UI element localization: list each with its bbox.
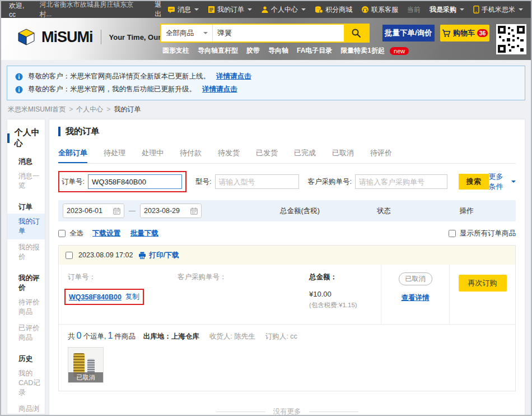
order-no-filter-input[interactable] (88, 174, 182, 189)
order-amount: ¥10.00 (309, 290, 381, 298)
chevron-down-icon (511, 181, 516, 183)
notice-panel: 尊敬的客户：米思米官网商品详情页全新版本已更新上线。 详情请点击 尊敬的客户：米… (7, 66, 525, 100)
order-no-column: 订单号： WQ358F840B00 复制 (59, 265, 178, 324)
tab-awaiting-review[interactable]: 待评价 (370, 145, 392, 163)
buyer-label: 订购人: cc (265, 332, 297, 341)
sidebar: 个人中心 消息 消息一览 订单 我的订单 我的报价 我的评价 待评价商品 已评价… (7, 119, 45, 414)
hotlink-4[interactable]: FA电子目录 (297, 46, 332, 56)
select-all-checkbox[interactable] (58, 230, 66, 237)
search-input[interactable] (213, 25, 344, 41)
breadcrumb-account[interactable]: 个人中心 (76, 105, 110, 114)
tab-shipped[interactable]: 已发货 (256, 145, 278, 163)
sidebar-group-reviews: 我的评价 (18, 274, 45, 293)
order-select-checkbox[interactable] (66, 252, 73, 259)
thumbnail-status-overlay: 已取消 (68, 372, 103, 382)
copy-order-no-link[interactable]: 复制 (125, 292, 139, 302)
tab-awaiting-payment[interactable]: 待付款 (180, 145, 202, 163)
qr-code (496, 24, 526, 54)
hotlink-0[interactable]: 圆形支柱 (162, 46, 189, 56)
sidebar-item-my-orders[interactable]: 我的订单 (7, 214, 45, 239)
sidebar-item-reviewed[interactable]: 已评价商品 (7, 320, 45, 346)
new-badge: new (390, 47, 409, 55)
top-utility-bar: 欢迎, cc 河北省衡水市故城县房庄镇东京村... 退出 消息 我的订单 个人中… (1, 1, 531, 18)
model-filter-group: 型号: (195, 174, 298, 189)
divider-line (216, 412, 265, 412)
welcome-text: 欢迎, cc (9, 1, 31, 19)
no-more-text: 没有更多 (273, 407, 301, 416)
po-filter-group: 客户采购单号: (308, 174, 447, 189)
batch-download-link[interactable]: 批量下载 (130, 229, 158, 238)
topbar-mobile-misumi[interactable]: 手机米思米 (473, 5, 523, 15)
bulk-order-button[interactable]: 批量下单/询价 (382, 25, 435, 41)
po-filter-input[interactable] (355, 174, 447, 189)
sidebar-item-my-quotes[interactable]: 我的报价 (7, 239, 45, 265)
amount-label: 总金额： (309, 272, 381, 282)
title-accent-bar (58, 127, 60, 136)
tab-cancelled[interactable]: 已取消 (332, 145, 354, 163)
topbar-customer-service[interactable]: 联系客服 (361, 5, 398, 15)
misumi-cube-icon (17, 28, 36, 46)
hotlink-5[interactable]: 限量特卖1折起 (340, 46, 385, 56)
sidebar-item-pending-review[interactable]: 待评价商品 (7, 294, 45, 320)
reorder-button[interactable]: 再次订购 (459, 275, 507, 292)
address-text[interactable]: 河北省衡水市故城县房庄镇东京村... (39, 0, 140, 19)
order-no-filter-label: 订单号: (62, 177, 85, 187)
topbar-points-mall[interactable]: 积分商城 (315, 5, 352, 15)
list-toolbar: 全选 下载设置 批量下载 显示所有订单商品 (58, 229, 516, 238)
date-to-input[interactable]: 2023-08-29 (140, 204, 202, 218)
main-panel: 我的订单 全部订单 待处理 处理中 待付款 待发货 已发货 已完成 已取消 待评… (49, 119, 525, 416)
sidebar-item-message-list[interactable]: 消息一览 (7, 168, 45, 194)
notice-link[interactable]: 详情请点击 (216, 72, 251, 81)
show-all-items-checkbox[interactable] (449, 230, 456, 237)
filter-row: 订单号: 型号: 客户采购单号: 搜索 更多条件 (58, 171, 516, 192)
sidebar-item-cad-history[interactable]: 我的CAD记录 (7, 366, 45, 401)
topbar-role-switcher[interactable]: 我是采购 (430, 5, 464, 15)
topbar-account-center[interactable]: 个人中心 (261, 5, 306, 15)
breadcrumb: 米思米MISUMI首页 个人中心 我的订单 (8, 105, 524, 114)
order-no-link[interactable]: WQ358F840B00 (69, 293, 122, 301)
hotlink-1[interactable]: 导向轴直杆型 (198, 46, 238, 56)
cart-button[interactable]: 购物车 36 (440, 25, 489, 41)
hotlink-2[interactable]: 胶带 (246, 46, 260, 56)
action-column: 再次订购 (449, 265, 515, 324)
caret-down-icon (460, 8, 464, 11)
more-conditions-link[interactable]: 更多条件 (489, 172, 516, 192)
topbar-my-orders[interactable]: 我的订单 (208, 5, 252, 15)
model-filter-input[interactable] (215, 174, 299, 189)
logout-link[interactable]: 退出 (155, 0, 167, 19)
product-thumbnail[interactable]: 已取消 (68, 347, 104, 383)
breadcrumb-home[interactable]: 米思米MISUMI首页 (8, 105, 73, 114)
hotlink-3[interactable]: 导向轴 (268, 46, 288, 56)
notice-text: 尊敬的客户：米思米官网，我的售后功能已更新升级。 (28, 85, 196, 94)
headset-icon (361, 6, 369, 13)
calendar-icon (113, 207, 120, 215)
notice-row-2: 尊敬的客户：米思米官网，我的售后功能已更新升级。 详情请点击 (15, 83, 517, 96)
tab-pending[interactable]: 待处理 (104, 145, 125, 163)
po-filter-label: 客户采购单号: (308, 177, 352, 187)
view-details-link[interactable]: 查看详情 (381, 293, 449, 303)
tab-completed[interactable]: 已完成 (294, 145, 316, 163)
sidebar-group-orders: 订单 (18, 202, 45, 212)
notice-link[interactable]: 详情请点击 (202, 85, 237, 94)
shipment-count: 0 (77, 331, 82, 341)
topbar-messages[interactable]: 消息 (167, 5, 199, 15)
tab-processing[interactable]: 处理中 (142, 145, 164, 163)
search-category-select[interactable]: 全部商品 (161, 25, 213, 41)
tab-awaiting-shipment[interactable]: 待发货 (218, 145, 240, 163)
coins-icon (315, 6, 323, 13)
download-settings-link[interactable]: 下载设置 (92, 229, 120, 238)
date-from-input[interactable]: 2023-06-01 (63, 204, 124, 218)
caret-down-icon (519, 8, 523, 11)
warehouse-label: 出库地：上海仓库 (143, 332, 199, 341)
sidebar-item-browse-history[interactable]: 商品浏览记录 (7, 401, 45, 416)
filter-search-button[interactable]: 搜索 (459, 174, 489, 189)
order-list-icon (208, 6, 215, 13)
date-filter-row: 2023-06-01 — 2023-08-29 总金额(含税) 状态 操作 (58, 200, 516, 221)
print-download-link[interactable]: 打印/下载 (138, 251, 179, 260)
annotation-box-order-no-filter: 订单号: (58, 171, 186, 192)
tab-all-orders[interactable]: 全部订单 (58, 145, 87, 163)
po-label: 客户采购单号： (178, 272, 309, 282)
annotation-box-order-no-link: WQ358F840B00 复制 (64, 289, 144, 305)
page-title: 我的订单 (58, 126, 516, 137)
search-button[interactable] (344, 25, 368, 41)
